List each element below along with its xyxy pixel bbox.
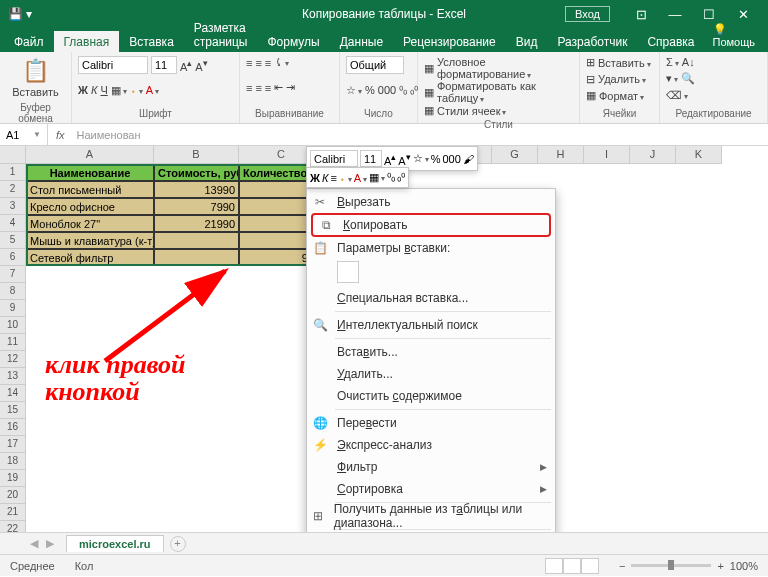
cell-styles-button[interactable]: ▦ Стили ячеек: [424, 104, 573, 117]
row-header-16[interactable]: 16: [0, 419, 26, 436]
row-header-5[interactable]: 5: [0, 232, 26, 249]
tab-review[interactable]: Рецензирование: [393, 31, 506, 52]
italic-button[interactable]: К: [91, 84, 97, 96]
share-button[interactable]: 👤 Поделиться: [763, 19, 768, 52]
zoom-out-icon[interactable]: −: [619, 560, 625, 572]
tab-home[interactable]: Главная: [54, 31, 120, 52]
indent-inc-icon[interactable]: ⇥: [286, 81, 295, 94]
row-header-7[interactable]: 7: [0, 266, 26, 283]
zoom-control[interactable]: − + 100%: [619, 560, 758, 572]
table-cell[interactable]: 13990: [154, 181, 239, 198]
row-header-20[interactable]: 20: [0, 487, 26, 504]
row-header-22[interactable]: 22: [0, 521, 26, 532]
tell-me[interactable]: 💡 Помощь: [705, 19, 764, 52]
tab-data[interactable]: Данные: [330, 31, 393, 52]
mini-fill-icon[interactable]: ⬩: [339, 172, 352, 184]
context-menu-item[interactable]: Удалить...: [307, 363, 555, 385]
fill-color-button[interactable]: ⬩: [130, 84, 143, 96]
tab-layout[interactable]: Разметка страницы: [184, 17, 258, 52]
table-cell[interactable]: [154, 232, 239, 249]
table-header[interactable]: Наименование: [26, 164, 154, 181]
insert-cells-button[interactable]: ⊞ Вставить: [586, 56, 653, 69]
indent-dec-icon[interactable]: ⇤: [274, 81, 283, 94]
col-header-A[interactable]: A: [26, 146, 154, 164]
table-cell[interactable]: Моноблок 27": [26, 215, 154, 232]
mini-comma-icon[interactable]: 000: [442, 153, 460, 165]
number-format-select[interactable]: [346, 56, 404, 74]
row-header-3[interactable]: 3: [0, 198, 26, 215]
dec-dec-icon[interactable]: ₀⁰: [410, 84, 418, 97]
row-header-21[interactable]: 21: [0, 504, 26, 521]
comma-icon[interactable]: 000: [378, 84, 396, 96]
context-menu-item[interactable]: Вставить...: [307, 341, 555, 363]
percent-icon[interactable]: %: [365, 84, 375, 96]
row-header-2[interactable]: 2: [0, 181, 26, 198]
cond-format-button[interactable]: ▦ Условное форматирование: [424, 56, 573, 80]
font-size-input[interactable]: [151, 56, 177, 74]
context-menu-item[interactable]: Сортировка▶: [307, 478, 555, 500]
autosum-button[interactable]: Σ: [666, 56, 679, 68]
paste-button[interactable]: 📋 Вставить: [6, 56, 65, 100]
format-cells-button[interactable]: ▦ Формат: [586, 89, 653, 102]
format-table-button[interactable]: ▦ Форматировать как таблицу: [424, 80, 573, 104]
view-break-button[interactable]: [581, 558, 599, 574]
row-header-9[interactable]: 9: [0, 300, 26, 317]
row-header-13[interactable]: 13: [0, 368, 26, 385]
context-menu-item[interactable]: Специальная вставка...: [307, 287, 555, 309]
align-mid-icon[interactable]: ≡: [255, 57, 261, 69]
bold-button[interactable]: Ж: [78, 84, 88, 96]
orientation-icon[interactable]: ⤹: [274, 56, 289, 69]
row-header-10[interactable]: 10: [0, 317, 26, 334]
col-header-H[interactable]: H: [538, 146, 584, 164]
mini-currency-icon[interactable]: ☆: [413, 152, 429, 165]
formula-input[interactable]: Наименован: [73, 129, 768, 141]
inc-dec-icon[interactable]: ⁰₀: [399, 84, 407, 97]
row-header-6[interactable]: 6: [0, 249, 26, 266]
mini-paint-icon[interactable]: 🖌: [463, 153, 474, 165]
font-color-button[interactable]: A: [146, 84, 159, 96]
context-menu-item[interactable]: ⚡Экспресс-анализ: [307, 434, 555, 456]
col-header-J[interactable]: J: [630, 146, 676, 164]
row-header-8[interactable]: 8: [0, 283, 26, 300]
find-icon[interactable]: 🔍: [681, 72, 695, 85]
fill-button[interactable]: ▾: [666, 72, 678, 85]
mini-italic-button[interactable]: К: [322, 172, 328, 184]
table-cell[interactable]: Мышь и клавиатура (к-т): [26, 232, 154, 249]
currency-icon[interactable]: ☆: [346, 84, 362, 97]
add-sheet-button[interactable]: +: [170, 536, 186, 552]
align-left-icon[interactable]: ≡: [246, 82, 252, 94]
row-header-4[interactable]: 4: [0, 215, 26, 232]
mini-percent-icon[interactable]: %: [431, 153, 441, 165]
sheet-nav-next-icon[interactable]: ▶: [46, 537, 54, 550]
context-menu-item[interactable]: 🌐Перевести: [307, 412, 555, 434]
row-header-17[interactable]: 17: [0, 436, 26, 453]
align-top-icon[interactable]: ≡: [246, 57, 252, 69]
align-bot-icon[interactable]: ≡: [265, 57, 271, 69]
clear-button[interactable]: ⌫: [666, 89, 688, 102]
ribbon-options-icon[interactable]: ⊡: [624, 7, 658, 22]
tab-developer[interactable]: Разработчик: [547, 31, 637, 52]
zoom-level[interactable]: 100%: [730, 560, 758, 572]
mini-align-icon[interactable]: ≡: [330, 172, 336, 184]
underline-button[interactable]: Ч: [100, 84, 107, 96]
context-menu-item[interactable]: ⧉Копировать: [311, 213, 551, 237]
increase-font-icon[interactable]: A▴: [180, 57, 192, 73]
name-box[interactable]: A1 ▼: [0, 124, 48, 145]
font-name-input[interactable]: [78, 56, 148, 74]
table-cell[interactable]: Сетевой фильтр: [26, 249, 154, 266]
mini-bold-button[interactable]: Ж: [310, 172, 320, 184]
context-menu-item[interactable]: ✂Вырезать: [307, 191, 555, 213]
mini-font-name[interactable]: [310, 150, 358, 167]
mini-inc-dec-icon[interactable]: ⁰₀: [387, 171, 395, 184]
table-cell[interactable]: Кресло офисное: [26, 198, 154, 215]
align-center-icon[interactable]: ≡: [255, 82, 261, 94]
border-button[interactable]: ▦: [111, 84, 127, 97]
row-header-18[interactable]: 18: [0, 453, 26, 470]
zoom-in-icon[interactable]: +: [717, 560, 723, 572]
spreadsheet-grid[interactable]: ABCDEFGHIJK 1234567891011121314151617181…: [0, 146, 768, 532]
row-header-19[interactable]: 19: [0, 470, 26, 487]
row-header-15[interactable]: 15: [0, 402, 26, 419]
align-right-icon[interactable]: ≡: [265, 82, 271, 94]
view-layout-button[interactable]: [563, 558, 581, 574]
sheet-tab[interactable]: microexcel.ru: [66, 535, 164, 552]
